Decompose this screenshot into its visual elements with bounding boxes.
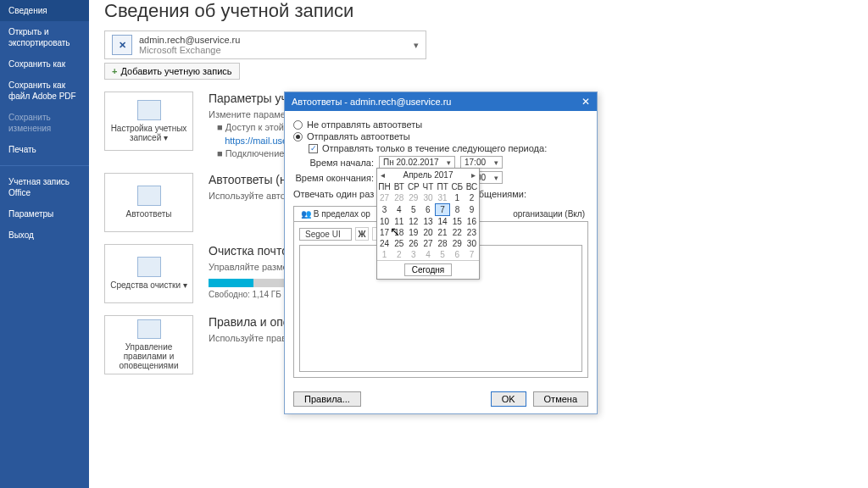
sidebar-item-options[interactable]: Параметры bbox=[0, 203, 89, 225]
sidebar-item-open-export[interactable]: Открыть и экспортировать bbox=[0, 21, 89, 53]
cal-day[interactable]: 1 bbox=[450, 192, 465, 204]
cal-day[interactable]: 4 bbox=[392, 204, 406, 216]
ok-button[interactable]: OK bbox=[491, 391, 526, 407]
tile-account-settings[interactable]: Настройка учетных записей ▾ bbox=[104, 92, 193, 151]
cal-day[interactable]: 2 bbox=[465, 192, 479, 204]
cal-day[interactable]: 14 bbox=[436, 216, 450, 228]
settings-icon bbox=[137, 100, 161, 120]
sidebar-item-save-as[interactable]: Сохранить как bbox=[0, 53, 89, 75]
cal-day[interactable]: 31 bbox=[436, 192, 450, 204]
start-label: Время начала: bbox=[293, 158, 374, 168]
font-select[interactable]: Segoe UI bbox=[299, 228, 352, 241]
dialog-title-text: Автоответы - admin.rech@uservice.ru bbox=[292, 97, 451, 107]
radio-no-send-label: Не отправлять автоответы bbox=[307, 119, 422, 130]
account-selector[interactable]: ✕ admin.rech@uservice.ru Microsoft Excha… bbox=[104, 30, 426, 59]
cal-day[interactable]: 18 bbox=[392, 227, 406, 238]
tile-label: Средства очистки ▾ bbox=[110, 280, 187, 290]
cal-dow-header: ВС bbox=[465, 181, 479, 192]
cal-day[interactable]: 9 bbox=[465, 204, 479, 216]
tile-auto-replies[interactable]: Автоответы bbox=[104, 173, 193, 232]
rules-icon bbox=[137, 319, 161, 339]
bold-button[interactable]: Ж bbox=[355, 227, 369, 241]
close-icon[interactable]: ✕ bbox=[581, 96, 590, 108]
cal-day[interactable]: 15 bbox=[450, 216, 465, 228]
cal-day[interactable]: 26 bbox=[406, 238, 420, 249]
tab-outside-tail: организации (Вкл) bbox=[513, 209, 585, 219]
cancel-button[interactable]: Отмена bbox=[533, 391, 588, 407]
cal-day[interactable]: 7 bbox=[465, 249, 479, 260]
cal-day[interactable]: 12 bbox=[406, 216, 420, 228]
cal-day[interactable]: 4 bbox=[420, 249, 435, 260]
cal-day[interactable]: 10 bbox=[377, 216, 392, 228]
calendar-popup: ◂ Апрель 2017 ▸ ПНВТСРЧТПТСБВС 272829303… bbox=[376, 168, 480, 280]
sidebar-item-office-account[interactable]: Учетная запись Office bbox=[0, 171, 89, 203]
cal-day[interactable]: 25 bbox=[392, 238, 406, 249]
account-email: admin.rech@uservice.ru bbox=[139, 35, 414, 45]
cal-day[interactable]: 17 bbox=[377, 227, 392, 238]
cal-day[interactable]: 2 bbox=[392, 249, 406, 260]
sidebar-item-save-pdf[interactable]: Сохранить как файл Adobe PDF bbox=[0, 75, 89, 107]
rules-button[interactable]: Правила... bbox=[293, 391, 361, 407]
cal-day[interactable]: 19 bbox=[406, 227, 420, 238]
radio-send[interactable]: Отправлять автоответы bbox=[293, 131, 588, 141]
cal-dow-header: ПН bbox=[377, 181, 392, 192]
cal-day[interactable]: 29 bbox=[450, 238, 465, 249]
account-type: Microsoft Exchange bbox=[139, 45, 414, 55]
calendar-grid: ПНВТСРЧТПТСБВС 2728293031123456789101112… bbox=[377, 181, 479, 260]
cal-dow-header: ВТ bbox=[392, 181, 406, 192]
cal-day[interactable]: 5 bbox=[436, 249, 450, 260]
cal-day[interactable]: 1 bbox=[377, 249, 392, 260]
checkbox-period[interactable]: ✓ Отправлять только в течение следующего… bbox=[309, 143, 588, 153]
add-account-button[interactable]: + Добавить учетную запись bbox=[104, 63, 240, 80]
cal-day[interactable]: 8 bbox=[450, 204, 465, 216]
cal-day[interactable]: 6 bbox=[420, 204, 435, 216]
cal-day[interactable]: 29 bbox=[406, 192, 420, 204]
cal-day[interactable]: 28 bbox=[392, 192, 406, 204]
tile-label: Автоответы bbox=[126, 209, 172, 219]
add-account-label: Добавить учетную запись bbox=[120, 66, 231, 76]
cal-day[interactable]: 30 bbox=[420, 192, 435, 204]
cal-day[interactable]: 11 bbox=[392, 216, 406, 228]
cal-day[interactable]: 6 bbox=[450, 249, 465, 260]
cal-day[interactable]: 28 bbox=[436, 238, 450, 249]
cal-day[interactable]: 21 bbox=[436, 227, 450, 238]
end-label: Время окончания: bbox=[293, 173, 374, 183]
cal-day[interactable]: 24 bbox=[377, 238, 392, 249]
tile-label: Настройка учетных записей ▾ bbox=[108, 124, 189, 142]
cal-day[interactable]: 20 bbox=[420, 227, 435, 238]
radio-send-label: Отправлять автоответы bbox=[307, 131, 410, 141]
cal-day[interactable]: 27 bbox=[420, 238, 435, 249]
sidebar-item-info[interactable]: Сведения bbox=[0, 0, 89, 21]
start-date-select[interactable]: Пн 20.02.2017▾ bbox=[379, 156, 455, 169]
auto-reply-icon bbox=[137, 186, 161, 206]
cal-day[interactable]: 23 bbox=[465, 227, 479, 238]
checkbox-icon: ✓ bbox=[309, 144, 318, 153]
exchange-icon: ✕ bbox=[112, 35, 132, 55]
chevron-down-icon: ▾ bbox=[494, 174, 498, 182]
checkbox-period-label: Отправлять только в течение следующего п… bbox=[322, 143, 547, 153]
tile-cleanup[interactable]: Средства очистки ▾ bbox=[104, 244, 193, 303]
cal-day[interactable]: 3 bbox=[406, 249, 420, 260]
cal-day[interactable]: 7 bbox=[436, 204, 450, 216]
tile-rules[interactable]: Управление правилами и оповещениями bbox=[104, 315, 193, 374]
cal-day[interactable]: 3 bbox=[377, 204, 392, 216]
cal-next-icon[interactable]: ▸ bbox=[471, 170, 476, 180]
chevron-down-icon: ▾ bbox=[494, 158, 498, 167]
cal-day[interactable]: 13 bbox=[420, 216, 435, 228]
start-time-select[interactable]: 17:00▾ bbox=[460, 156, 503, 169]
cal-dow-header: СБ bbox=[450, 181, 465, 192]
cal-day[interactable]: 27 bbox=[377, 192, 392, 204]
cal-today-button[interactable]: Сегодня bbox=[404, 263, 452, 276]
sidebar-item-exit[interactable]: Выход bbox=[0, 225, 89, 246]
cal-day[interactable]: 22 bbox=[450, 227, 465, 238]
reply-once-text: Отвечать один раз к bbox=[293, 189, 381, 199]
tab-inside-org[interactable]: 👥 В пределах ор bbox=[293, 206, 378, 221]
cal-day[interactable]: 16 bbox=[465, 216, 479, 228]
cal-day[interactable]: 5 bbox=[406, 204, 420, 216]
cal-day[interactable]: 30 bbox=[465, 238, 479, 249]
radio-no-send[interactable]: Не отправлять автоответы bbox=[293, 119, 588, 130]
cal-prev-icon[interactable]: ◂ bbox=[381, 170, 385, 180]
cal-dow-header: ПТ bbox=[436, 181, 450, 192]
sidebar-item-print[interactable]: Печать bbox=[0, 139, 89, 160]
cleanup-icon bbox=[137, 257, 161, 277]
